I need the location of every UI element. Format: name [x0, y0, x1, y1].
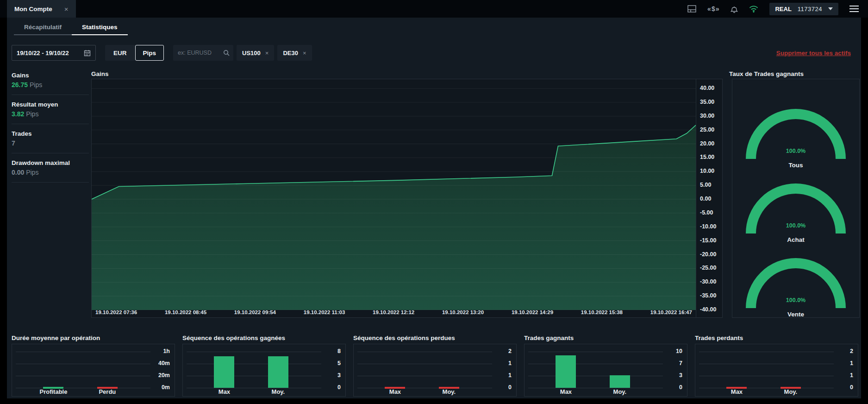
y-tick-label: -25.00 — [700, 265, 716, 271]
gridline — [528, 352, 663, 352]
gridline — [699, 376, 834, 376]
y-tick-label: 40m — [152, 360, 170, 366]
y-tick-label: 0.00 — [700, 196, 711, 202]
bar — [268, 356, 288, 388]
close-icon[interactable]: × — [64, 5, 69, 13]
x-tick-label: 19.10.2022 15:38 — [581, 309, 623, 317]
date-range-input[interactable]: 19/10/22 - 19/10/22 — [12, 45, 96, 61]
gauge-arc — [740, 256, 851, 312]
gridline — [357, 364, 492, 364]
asset-chips: US100×DE30× — [233, 45, 312, 61]
gauge-value: 100.0% — [740, 222, 851, 229]
y-tick-label: 5.00 — [700, 182, 711, 188]
search-icon — [223, 50, 230, 56]
gridline — [528, 376, 663, 376]
gridline — [699, 364, 834, 364]
x-category-label: Moy. — [257, 388, 299, 395]
y-tick-label: 10.00 — [700, 168, 714, 174]
account-tab-label: Mon Compte — [14, 6, 52, 13]
summary-item: Résultat moyen 3.82 Pips — [12, 101, 89, 118]
win-rate-gauges: 100.0% Tous 100.0% Achat 100.0% Vente — [732, 79, 860, 318]
y-tick-label: 0m — [152, 384, 170, 391]
account-tab[interactable]: Mon Compte × — [7, 0, 76, 18]
topbar-actions: «$» REAL 1173724 — [687, 0, 859, 18]
y-tick-label: 0 — [494, 384, 512, 391]
y-tick-label: 20m — [152, 372, 170, 379]
y-tick-label: 1h — [152, 348, 170, 354]
y-tick-label: 30.00 — [700, 113, 714, 119]
gridline — [699, 352, 834, 352]
win-sequence-title: Séquence des opérations gagnées — [182, 335, 346, 341]
separator — [12, 153, 89, 153]
gauge-value: 100.0% — [740, 297, 851, 303]
summary-item-value: 26.75 Pips — [12, 81, 89, 88]
filter-bar: 19/10/22 - 19/10/22 EUR Pips US100×DE30×… — [12, 45, 851, 61]
win-rate-gauge: 100.0% Tous — [740, 107, 851, 177]
tab-statistiques[interactable]: Statistiques — [72, 20, 128, 35]
bar — [610, 375, 630, 388]
notifications-bell-icon[interactable] — [731, 5, 738, 13]
symbol-search — [173, 45, 233, 61]
bottom-charts-row: Durée moyenne par opération 1h40m20m0mPr… — [12, 335, 858, 397]
losing-trades-chart: Trades perdants 2110MaxMoy. — [695, 335, 858, 397]
summary-item-value: 0.00 Pips — [12, 169, 89, 176]
account-selector[interactable]: REAL 1173724 — [769, 3, 838, 15]
summary-item-value: 7 — [12, 139, 89, 147]
account-number: 1173724 — [798, 6, 822, 13]
summary-item-title: Résultat moyen — [12, 101, 89, 108]
losing-trades-canvas: 2110MaxMoy. — [695, 344, 858, 397]
asset-chip[interactable]: DE30× — [277, 45, 312, 61]
pips-toggle-button[interactable]: Pips — [135, 45, 164, 61]
loss-sequence-title: Séquence des opérations perdues — [353, 335, 517, 341]
bar — [214, 356, 234, 388]
topbar: Mon Compte × «$» REAL 1173724 — [0, 0, 868, 18]
y-tick-label: 8 — [323, 348, 341, 354]
y-tick-label: 20.00 — [700, 140, 714, 147]
summary-item-value: 3.82 Pips — [12, 110, 89, 118]
losing-trades-title: Trades perdants — [695, 335, 858, 341]
statistics-page: Récapitulatif Statistiques 19/10/22 - 19… — [7, 18, 861, 398]
separator — [12, 95, 89, 95]
loss-sequence-chart: Séquence des opérations perdues 2110MaxM… — [353, 335, 517, 397]
gauge-label: Tous — [740, 162, 851, 169]
y-tick-label: 0 — [836, 384, 853, 391]
x-category-label: Moy. — [599, 388, 641, 395]
y-tick-label: 1 — [836, 372, 853, 379]
y-tick-label: 10 — [665, 348, 682, 354]
y-tick-label: 0 — [323, 384, 341, 391]
y-tick-label: 1 — [494, 360, 512, 366]
summary-item-title: Trades — [12, 130, 89, 137]
gridline — [16, 352, 150, 352]
y-tick-label: 1 — [494, 372, 512, 379]
symbol-search-input[interactable] — [177, 49, 221, 57]
workspace-layout-icon[interactable] — [687, 5, 696, 13]
gains-plot-area: 19.10.2022 07:3619.10.2022 08:4519.10.20… — [92, 79, 696, 317]
remove-all-assets-link[interactable]: Supprimer tous les actifs — [776, 50, 851, 57]
page-tabs: Récapitulatif Statistiques — [14, 20, 128, 35]
remove-chip-icon[interactable]: × — [265, 50, 269, 57]
remove-chip-icon[interactable]: × — [303, 50, 306, 57]
asset-chip-label: US100 — [242, 50, 261, 57]
win-sequence-chart: Séquence des opérations gagnées 8530MaxM… — [182, 335, 346, 397]
avg-duration-chart: Durée moyenne par opération 1h40m20m0mPr… — [12, 335, 175, 397]
cashback-icon[interactable]: «$» — [707, 5, 719, 13]
currency-toggle-button[interactable]: EUR — [105, 45, 135, 61]
separator — [12, 124, 89, 124]
asset-chip[interactable]: US100× — [237, 45, 274, 61]
winning-trades-title: Trades gagnants — [524, 335, 687, 341]
connection-wifi-icon[interactable] — [749, 6, 758, 13]
summary-item: Drawdown maximal 0.00 Pips — [12, 159, 89, 176]
avg-duration-title: Durée moyenne par opération — [12, 335, 175, 341]
y-tick-label: 15.00 — [700, 154, 714, 160]
x-tick-label: 19.10.2022 11:03 — [304, 309, 345, 317]
gauge-value: 100.0% — [740, 148, 851, 154]
tab-recapitulatif[interactable]: Récapitulatif — [14, 20, 72, 35]
win-rate-gauge: 100.0% Achat — [740, 182, 851, 251]
summary-item: Gains 26.75 Pips — [12, 72, 89, 88]
winning-trades-chart: Trades gagnants 10730MaxMoy. — [524, 335, 687, 397]
y-tick-label: -15.00 — [700, 237, 716, 244]
gains-y-axis: 40.0035.0030.0025.0020.0015.0010.005.000… — [696, 79, 722, 317]
win-sequence-canvas: 8530MaxMoy. — [182, 344, 346, 397]
hamburger-menu-icon[interactable] — [849, 6, 859, 12]
win-rate-title: Taux de Trades gagnants — [729, 70, 804, 77]
